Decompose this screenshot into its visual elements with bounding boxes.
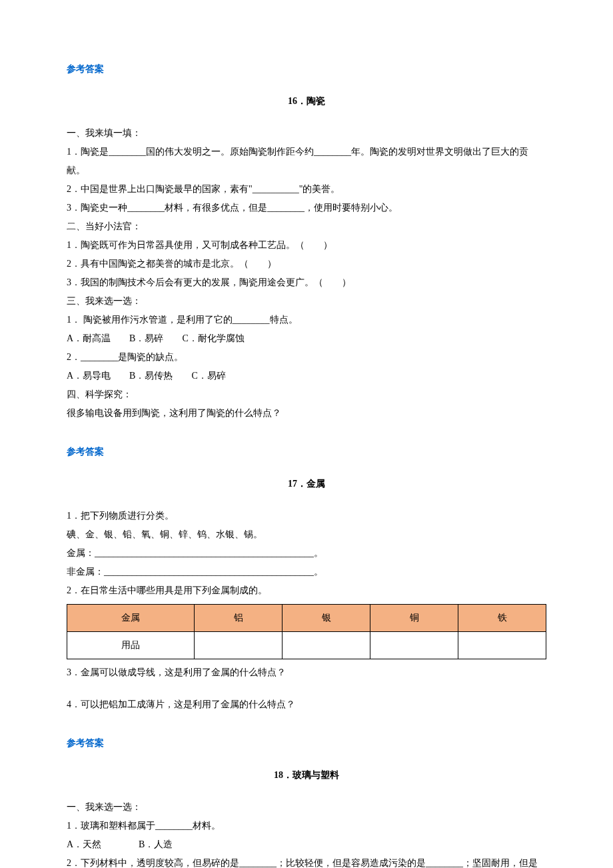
s16-judge-3: 3．我国的制陶技术今后会有更大的发展，陶瓷用途会更广。（ ） xyxy=(67,273,546,292)
s17-q1-metal: 金属：_____________________________________… xyxy=(67,544,546,563)
table-row: 用品 xyxy=(67,632,546,659)
s16-judge-1: 1．陶瓷既可作为日常器具使用，又可制成各种工艺品。（ ） xyxy=(67,236,546,255)
td-fe xyxy=(458,632,546,659)
s16-judge-2: 2．具有中国陶瓷之都美誉的城市是北京。（ ） xyxy=(67,255,546,273)
th-fe: 铁 xyxy=(458,605,546,632)
answer-key-3: 参考答案 xyxy=(67,734,546,753)
td-ag xyxy=(283,632,370,659)
th-ag: 银 xyxy=(283,605,370,632)
s16-inquiry-1: 很多输电设备用到陶瓷，这利用了陶瓷的什么特点？ xyxy=(67,404,546,423)
s16-fill-2: 2．中国是世界上出口陶瓷最早的国家，素有"__________"的美誉。 xyxy=(67,180,546,199)
s16-fill-3: 3．陶瓷史一种________材料，有很多优点，但是________，使用时要特… xyxy=(67,199,546,217)
section-16-title: 16．陶瓷 xyxy=(67,92,546,111)
s16-part3-heading: 三、我来选一选： xyxy=(67,292,546,311)
td-cu xyxy=(370,632,458,659)
s17-q4: 4．可以把铝加工成薄片，这是利用了金属的什么特点？ xyxy=(67,695,546,714)
s18-choice-1-options: A．天然 B．人造 xyxy=(67,835,546,854)
s18-choice-2: 2．下列材料中，透明度较高，但易碎的是________；比较轻便，但是容易造成污… xyxy=(67,854,546,868)
th-metal: 金属 xyxy=(67,605,195,632)
s16-choice-1: 1． 陶瓷被用作污水管道，是利用了它的________特点。 xyxy=(67,311,546,329)
s17-q1: 1．把下列物质进行分类。 xyxy=(67,507,546,525)
s16-choice-2-options: A．易导电 B．易传热 C．易碎 xyxy=(67,367,546,385)
s17-q2: 2．在日常生活中哪些用具是用下列金属制成的。 xyxy=(67,581,546,600)
s16-part4-heading: 四、科学探究： xyxy=(67,385,546,404)
s16-part2-heading: 二、当好小法官： xyxy=(67,217,546,236)
answer-key-1: 参考答案 xyxy=(67,60,546,79)
section-17-title: 17．金属 xyxy=(67,475,546,493)
s17-q3: 3．金属可以做成导线，这是利用了金属的什么特点？ xyxy=(67,663,546,682)
s16-choice-2: 2．________是陶瓷的缺点。 xyxy=(67,348,546,367)
th-cu: 铜 xyxy=(370,605,458,632)
s18-choice-1: 1．玻璃和塑料都属于________材料。 xyxy=(67,817,546,835)
s18-part1-heading: 一、我来选一选： xyxy=(67,798,546,817)
metal-table: 金属 铝 银 铜 铁 用品 xyxy=(67,604,546,659)
th-al: 铝 xyxy=(195,605,283,632)
s16-choice-1-options: A．耐高温 B．易碎 C．耐化学腐蚀 xyxy=(67,329,546,348)
table-header-row: 金属 铝 银 铜 铁 xyxy=(67,605,546,632)
s16-part1-heading: 一、我来填一填： xyxy=(67,124,546,143)
s16-fill-1: 1．陶瓷是________国的伟大发明之一。原始陶瓷制作距今约________年… xyxy=(67,143,546,180)
td-al xyxy=(195,632,283,659)
td-label: 用品 xyxy=(67,632,195,659)
s17-q1-list: 碘、金、银、铅、氧、铜、锌、钨、水银、锡。 xyxy=(67,525,546,544)
section-18-title: 18．玻璃与塑料 xyxy=(67,766,546,785)
answer-key-2: 参考答案 xyxy=(67,443,546,461)
s17-q1-nonmetal: 非金属：____________________________________… xyxy=(67,563,546,581)
